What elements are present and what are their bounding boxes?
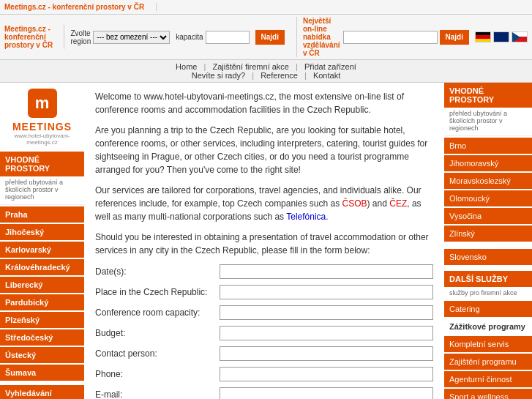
form-label-capacity: Conference room capacity: — [95, 306, 220, 319]
sidebar-left-sub: přehled ubytování a školících prostor v … — [0, 176, 84, 205]
capacity-input[interactable] — [206, 31, 250, 44]
educity-title: Největší on-line nabídka vzdělávání v ČR — [303, 17, 341, 57]
nav-bar: Home | Zajištění firemní akce | Přidat z… — [0, 60, 532, 83]
form-input-email[interactable] — [220, 387, 433, 399]
sidebar-item-jihocesky[interactable]: Jihočeský — [0, 224, 84, 240]
form-row-email: E-mail: — [95, 387, 433, 399]
capacity-label: kapacita — [176, 33, 203, 41]
sidebar-left-header: VHODNÉ PROSTORY — [0, 152, 84, 176]
sidebar-item-karlovarsky[interactable]: Karlovarský — [0, 242, 84, 258]
sidebar-item-praha[interactable]: Praha — [0, 206, 84, 223]
nav-reference[interactable]: Reference — [261, 71, 298, 80]
sidebar-item-zlinsky[interactable]: Zlínský — [444, 225, 532, 242]
sidebar-item-brno[interactable]: Brno — [444, 138, 532, 154]
logo-sub: www.hotel-ubytovani-meetings.cz — [14, 133, 70, 146]
form-input-phone[interactable] — [220, 367, 433, 381]
flag-icons — [475, 31, 528, 42]
intro-p4: Should you be interested in obtaining a … — [95, 231, 433, 257]
cez-link[interactable]: ČEZ — [389, 198, 407, 209]
nav-zajisteni[interactable]: Zajištění firemní akce — [212, 62, 289, 71]
logo-area: m MEETINGS www.hotel-ubytovani-meetings.… — [0, 83, 84, 152]
csob-link[interactable]: ČSOB — [342, 198, 367, 209]
nav-pridat[interactable]: Přidat zařízení — [304, 62, 356, 71]
sidebar-item-moravskoslezsky[interactable]: Moravskoslezský — [444, 173, 532, 189]
form-label-contact: Contact person: — [95, 347, 220, 360]
sidebar-item-pardubicky[interactable]: Pardubický — [0, 294, 84, 310]
meetings-title: Meetings.cz - konferenční prostory v ČR — [4, 25, 58, 49]
logo-brand: MEETINGS — [12, 121, 72, 133]
najdi-button[interactable]: Najdi — [255, 30, 285, 45]
form-input-budget[interactable] — [220, 326, 433, 340]
form-row-budget: Budget: — [95, 326, 433, 340]
form-input-capacity[interactable] — [220, 305, 433, 320]
sidebar-item-catering[interactable]: Catering — [444, 301, 532, 317]
main-layout: m MEETINGS www.hotel-ubytovani-meetings.… — [0, 83, 532, 399]
main-content: Welcome to www.hotel-ubytovani-meetings.… — [84, 83, 444, 399]
sidebar-item-jihomoravsky[interactable]: Jihomoravský — [444, 155, 532, 171]
form-label-place: Place in the Czech Republic: — [95, 286, 220, 299]
form-label-dates: Date(s): — [95, 265, 220, 278]
form-label-email: E-mail: — [95, 388, 220, 399]
top-left-title: Meetings.cz - konferenční prostory v ČR — [4, 3, 144, 11]
sidebar-item-kompletni[interactable]: Kompletní servis — [444, 336, 532, 352]
dalsi-header: DALŠÍ SLUŽBY — [444, 271, 532, 287]
sidebar-right-header: VHODNÉ PROSTORY — [444, 83, 532, 108]
form-label-budget: Budget: — [95, 327, 220, 340]
form-input-place[interactable] — [220, 285, 433, 299]
form-row-phone: Phone: — [95, 367, 433, 381]
capacity-section: kapacita — [176, 31, 249, 44]
sidebar-item-stredocesky[interactable]: Středočeský — [0, 329, 84, 346]
sidebar-item-sumava[interactable]: Šumava — [0, 365, 84, 381]
form-row-contact: Contact person: — [95, 346, 433, 361]
sidebar-item-kralovehradecky[interactable]: Královéhradecký — [0, 259, 84, 275]
intro-p2: Are you planning a trip to the Czech Rep… — [95, 124, 433, 176]
sidebar-item-plzensky[interactable]: Plzeňský — [0, 312, 84, 328]
logo-icon: m — [28, 89, 57, 118]
sidebar-item-sport[interactable]: Sport a wellness — [444, 389, 532, 399]
sidebar-item-olomoucky[interactable]: Olomoucký — [444, 190, 532, 206]
flag-cz[interactable] — [512, 31, 528, 42]
intro-p1: Welcome to www.hotel-ubytovani-meetings.… — [95, 90, 433, 116]
sidebar-right-sub: přehled ubytování a školících prostor v … — [444, 108, 532, 136]
form-row-capacity: Conference room capacity: — [95, 305, 433, 320]
top-form-bar: Meetings.cz - konferenční prostory v ČR … — [0, 15, 532, 60]
sidebar-search-header: Vyhledávání — [0, 385, 84, 399]
nav-nevite[interactable]: Nevíte si rady? — [192, 71, 245, 80]
nav-home[interactable]: Home — [176, 62, 197, 71]
telefonica-link[interactable]: Telefónica — [286, 212, 326, 222]
sidebar-item-vysocina[interactable]: Vysočina — [444, 208, 532, 224]
sidebar-item-ustecky[interactable]: Ústecký — [0, 347, 84, 363]
sidebar-left: m MEETINGS www.hotel-ubytovani-meetings.… — [0, 83, 84, 399]
educity-section: Největší on-line nabídka vzdělávání v ČR… — [296, 17, 469, 57]
region-select-section: Zvolte region --- bez omezení --- — [70, 29, 170, 45]
form-input-contact[interactable] — [220, 346, 433, 361]
form-label-phone: Phone: — [95, 368, 220, 381]
sidebar-item-liberecky[interactable]: Liberecký — [0, 277, 84, 293]
intro-p3: Our services are tailored for corporatio… — [95, 184, 433, 223]
educity-najdi-button[interactable]: Najdi — [440, 30, 469, 45]
educity-input[interactable] — [343, 31, 438, 44]
region-select[interactable]: --- bez omezení --- — [93, 31, 170, 44]
flag-de[interactable] — [475, 31, 491, 42]
contact-form: Date(s): Place in the Czech Republic: Co… — [95, 264, 433, 399]
top-meetings-section: Meetings.cz - konferenční prostory v ČR — [4, 25, 64, 49]
top-left-section: Meetings.cz - konferenční prostory v ČR — [4, 3, 157, 11]
flag-gb[interactable] — [493, 31, 509, 42]
sidebar-right: VHODNÉ PROSTORY přehled ubytování a škol… — [444, 83, 532, 399]
form-row-dates: Date(s): — [95, 264, 433, 279]
top-search-bar: Meetings.cz - konferenční prostory v ČR — [0, 0, 532, 15]
dalsi-sub: služby pro firemní akce — [444, 287, 532, 299]
form-input-dates[interactable] — [220, 264, 433, 279]
sidebar-item-zazitky[interactable]: Zážitkové programy — [444, 318, 532, 335]
sidebar-item-agentika[interactable]: Agenturní činnost — [444, 371, 532, 387]
sidebar-item-zajisteni[interactable]: Zajištění programu — [444, 354, 532, 370]
region-label: Zvolte region — [70, 29, 91, 45]
form-row-place: Place in the Czech Republic: — [95, 285, 433, 299]
nav-kontakt[interactable]: Kontakt — [313, 71, 340, 80]
sidebar-item-slovensko[interactable]: Slovensko — [444, 249, 532, 265]
